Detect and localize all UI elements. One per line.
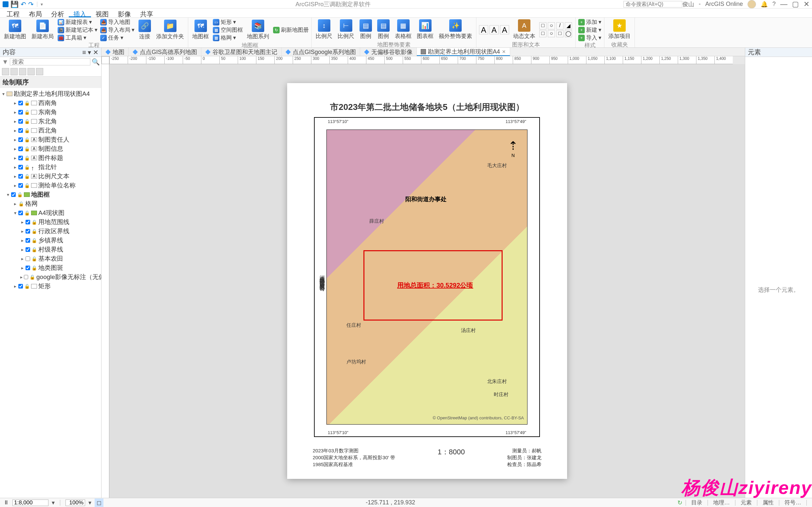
view-tab[interactable]: 地图: [101, 48, 129, 56]
layer-checkbox[interactable]: [18, 128, 23, 133]
tree-item[interactable]: ▸🔒A制图信息: [0, 144, 101, 154]
grid-button[interactable]: ▦格网▾: [213, 34, 243, 42]
menu-视图[interactable]: 视图: [91, 8, 113, 17]
tree-item[interactable]: ▾🔒地图框: [0, 190, 101, 199]
tree-item[interactable]: ▸🔒西南角: [0, 99, 101, 108]
shape-6[interactable]: □: [556, 30, 563, 37]
menu-插入[interactable]: 插入: [69, 8, 91, 17]
tree-item[interactable]: ▾🔒A4现状图: [0, 208, 101, 218]
surround-0[interactable]: ↕比例尺: [314, 19, 334, 41]
view-tab[interactable]: 勘测定界土地利用现状图A4✕: [417, 48, 510, 56]
menu-共享[interactable]: 共享: [136, 8, 158, 17]
rectangle-button[interactable]: ▭矩形▾: [213, 18, 243, 26]
tree-root[interactable]: ▾ 勘测定界土地利用现状图A4: [0, 89, 101, 99]
panel-menu-icon[interactable]: ≡: [82, 49, 86, 56]
search-icon[interactable]: 🔍: [92, 58, 100, 66]
menu-布局[interactable]: 布局: [24, 8, 47, 17]
layer-checkbox[interactable]: [18, 284, 23, 288]
tree-item[interactable]: ▸🔒↑指北针: [0, 163, 101, 172]
command-search-input[interactable]: [623, 1, 682, 7]
new-report-button[interactable]: 📊新建报表▾: [58, 18, 98, 26]
tree-item[interactable]: ▸🔒A图件标题: [0, 154, 101, 163]
layout-page[interactable]: 市2023年第二批土地储备地块5（土地利用现状图） 113°57'10" 113…: [287, 83, 567, 479]
layer-checkbox[interactable]: [24, 275, 28, 279]
layer-checkbox[interactable]: [18, 101, 23, 105]
view-tab[interactable]: 无偏移谷歌影像: [360, 48, 417, 56]
panel-close-icon[interactable]: ✕: [93, 49, 99, 56]
layer-checkbox[interactable]: [18, 110, 23, 114]
menu-影像[interactable]: 影像: [113, 8, 136, 17]
layer-checkbox[interactable]: [26, 229, 30, 233]
edit-view-button[interactable]: [28, 68, 35, 75]
contents-search-input[interactable]: [10, 58, 90, 65]
view-tab[interactable]: 点点GISgoogle系列地图: [282, 48, 360, 56]
new-layout-button[interactable]: 📄新建布局: [30, 19, 55, 41]
refresh-book-button[interactable]: ↻刷新地图册: [273, 26, 309, 34]
tree-item[interactable]: ▸🔒google影像无标注（无偏移）: [0, 273, 101, 282]
tree-item[interactable]: ▸🔒乡镇界线: [0, 236, 101, 245]
tree-item[interactable]: ▸🔒用地范围线: [0, 218, 101, 227]
layer-checkbox[interactable]: [26, 220, 30, 224]
surround-4[interactable]: ▦表格框: [394, 19, 413, 41]
add-folder-button[interactable]: 📁添加文件夹: [155, 19, 185, 41]
help-icon[interactable]: ?: [772, 1, 776, 7]
list-view-button[interactable]: [2, 68, 9, 75]
layer-checkbox[interactable]: [18, 119, 23, 124]
surround-6[interactable]: ✨额外整饰要素: [438, 19, 473, 41]
layer-checkbox[interactable]: [18, 156, 23, 160]
add-favorite-button[interactable]: ★添加项目: [607, 19, 632, 41]
tree-item[interactable]: ▸🔒东北角: [0, 117, 101, 126]
shape-4[interactable]: □: [539, 30, 547, 37]
view-tab[interactable]: 谷歌卫星图和天地图主记: [201, 48, 282, 56]
shape-3[interactable]: ◢: [565, 22, 572, 30]
layer-checkbox[interactable]: [18, 183, 23, 188]
shape-0[interactable]: □: [539, 22, 547, 30]
tree-item[interactable]: ▸🔒A比例尺文本: [0, 172, 101, 181]
tree-item[interactable]: ▸🔒A制图责任人: [0, 135, 101, 144]
layer-checkbox[interactable]: [18, 174, 23, 179]
tree-item[interactable]: ▸🔒格网: [0, 199, 101, 208]
import-layout-button[interactable]: 📥导入布局▾: [100, 26, 135, 34]
close-button[interactable]: ✕: [804, 0, 809, 8]
notification-icon[interactable]: 🔔: [761, 1, 768, 8]
layer-checkbox[interactable]: [26, 247, 30, 252]
text-style-2[interactable]: A: [490, 25, 499, 34]
tree-item[interactable]: ▸🔒测绘单位名称: [0, 181, 101, 190]
snap-view-button[interactable]: [36, 68, 43, 75]
new-map-button[interactable]: 🗺新建地图: [3, 19, 28, 41]
tree-item[interactable]: ▸🔒矩形: [0, 282, 101, 291]
filter-icon[interactable]: ▼: [2, 58, 8, 66]
scale-dropdown-icon[interactable]: ▾: [52, 499, 55, 506]
text-style-1[interactable]: A: [479, 25, 488, 34]
spatial-frame-button[interactable]: ▦空间图框: [213, 26, 243, 34]
surround-2[interactable]: ▤图例: [358, 19, 373, 41]
layer-checkbox[interactable]: [18, 147, 23, 151]
zoom-fit-button[interactable]: ◻: [95, 499, 103, 507]
tree-item[interactable]: ▸🔒基本农田: [0, 254, 101, 263]
zoom-dropdown-icon[interactable]: ▾: [88, 499, 91, 506]
qat-dropdown-icon[interactable]: ▾: [41, 2, 43, 7]
new-notebook-button[interactable]: 📓新建笔记本▾: [58, 26, 98, 34]
import-map-button[interactable]: 📥导入地图: [100, 18, 135, 26]
redo-icon[interactable]: ↷: [28, 0, 34, 8]
menu-工程[interactable]: 工程: [2, 8, 24, 17]
tree-item[interactable]: ▸🔒行政区界线: [0, 227, 101, 236]
task-button[interactable]: ✓任务▾: [100, 34, 135, 42]
tab-close-icon[interactable]: ✕: [502, 49, 506, 54]
chevron-down-icon[interactable]: ▾: [88, 49, 91, 56]
tree-item[interactable]: ▸🔒东南角: [0, 108, 101, 117]
shape-1[interactable]: ○: [548, 22, 555, 30]
zoom-input[interactable]: [65, 500, 85, 506]
tree-item[interactable]: ▸🔒村级界线: [0, 245, 101, 254]
source-view-button[interactable]: [10, 68, 18, 75]
shape-5[interactable]: ○: [548, 30, 555, 37]
surround-3[interactable]: ▤图例: [376, 19, 391, 41]
layer-checkbox[interactable]: [11, 192, 16, 197]
scale-input[interactable]: [12, 500, 48, 506]
mapframe-button[interactable]: 🗺地图框: [191, 19, 210, 41]
minimize-button[interactable]: —: [780, 0, 788, 8]
shape-7[interactable]: ◯: [565, 30, 572, 37]
user-avatar[interactable]: [748, 0, 756, 8]
map-series-button[interactable]: 📚地图系列: [246, 19, 270, 41]
style-2[interactable]: +导入▾: [578, 34, 602, 42]
